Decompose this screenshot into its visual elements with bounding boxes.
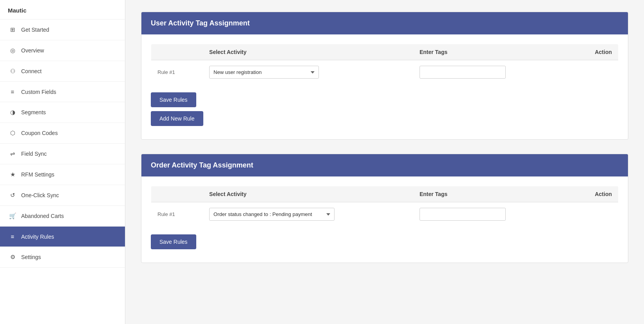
sidebar-item-label: Custom Fields xyxy=(21,89,56,95)
sidebar: Mautic ⊞ Get Started ◎ Overview ⚇ Connec… xyxy=(0,0,125,324)
order-table-col-action: Action xyxy=(554,186,619,202)
refresh-icon: ↺ xyxy=(9,192,16,199)
user-activity-select-cell: New user registration User login User lo… xyxy=(203,60,413,85)
sidebar-item-label: Segments xyxy=(21,109,46,115)
tag-icon: ⬡ xyxy=(9,130,16,137)
user-activity-header: User Activity Tag Assignment xyxy=(141,12,628,34)
add-new-rule-button[interactable]: Add New Rule xyxy=(151,111,203,126)
sidebar-item-label: Settings xyxy=(21,254,41,260)
sidebar-item-label: Get Started xyxy=(21,27,49,33)
globe-icon: ◎ xyxy=(9,47,16,54)
link-icon: ⚇ xyxy=(9,68,16,75)
sidebar-item-label: Overview xyxy=(21,47,44,54)
sidebar-item-activity-rules[interactable]: ≡ Activity Rules xyxy=(0,227,125,247)
pie-icon: ◑ xyxy=(9,109,16,116)
star-icon: ★ xyxy=(9,171,16,178)
user-action-cell xyxy=(554,60,619,85)
order-table-col-tags: Enter Tags xyxy=(413,186,554,202)
sidebar-item-label: Abandoned Carts xyxy=(21,213,64,219)
sidebar-item-label: Field Sync xyxy=(21,151,47,157)
sidebar-item-coupon-codes[interactable]: ⬡ Coupon Codes xyxy=(0,123,125,144)
order-activity-header: Order Activity Tag Assignment xyxy=(141,154,628,176)
order-activity-table: Select Activity Enter Tags Action Rule #… xyxy=(151,186,619,227)
user-activity-title: User Activity Tag Assignment xyxy=(151,19,250,27)
table-row: Rule #1 Order status changed to : Pendin… xyxy=(151,202,619,227)
rules-list-icon: ≡ xyxy=(9,233,16,240)
order-table-col-empty xyxy=(151,186,203,202)
sidebar-item-overview[interactable]: ◎ Overview xyxy=(0,40,125,61)
grid-icon: ⊞ xyxy=(9,26,16,33)
order-table-col-activity: Select Activity xyxy=(203,186,413,202)
sidebar-item-rfm-settings[interactable]: ★ RFM Settings xyxy=(0,164,125,185)
user-activity-table: Select Activity Enter Tags Action Rule #… xyxy=(151,44,619,85)
user-tags-cell xyxy=(413,60,554,85)
sidebar-item-field-sync[interactable]: ⇌ Field Sync xyxy=(0,144,125,164)
sidebar-item-connect[interactable]: ⚇ Connect xyxy=(0,61,125,82)
order-tags-input[interactable] xyxy=(420,208,506,221)
order-save-rules-button[interactable]: Save Rules xyxy=(151,234,196,249)
sidebar-item-label: Connect xyxy=(21,68,42,74)
user-activity-section: User Activity Tag Assignment Select Acti… xyxy=(141,12,628,140)
user-activity-select[interactable]: New user registration User login User lo… xyxy=(209,66,319,79)
gear-icon: ⚙ xyxy=(9,254,16,261)
user-table-col-tags: Enter Tags xyxy=(413,44,554,60)
user-save-rules-button[interactable]: Save Rules xyxy=(151,92,196,107)
order-activity-title: Order Activity Tag Assignment xyxy=(151,161,253,169)
sidebar-item-segments[interactable]: ◑ Segments xyxy=(0,102,125,123)
sidebar-item-label: RFM Settings xyxy=(21,171,54,178)
sidebar-item-one-click-sync[interactable]: ↺ One-Click Sync xyxy=(0,185,125,206)
user-table-col-action: Action xyxy=(554,44,619,60)
sidebar-item-get-started[interactable]: ⊞ Get Started xyxy=(0,20,125,40)
order-tags-cell xyxy=(413,202,554,227)
user-table-col-activity: Select Activity xyxy=(203,44,413,60)
rule-label: Rule #1 xyxy=(151,60,203,85)
user-table-col-empty xyxy=(151,44,203,60)
sidebar-item-custom-fields[interactable]: ≡ Custom Fields xyxy=(0,82,125,102)
sidebar-item-label: Activity Rules xyxy=(21,234,54,240)
order-activity-body: Select Activity Enter Tags Action Rule #… xyxy=(141,176,628,263)
order-rule-label: Rule #1 xyxy=(151,202,203,227)
user-activity-body: Select Activity Enter Tags Action Rule #… xyxy=(141,34,628,139)
cart-icon: 🛒 xyxy=(9,212,16,220)
sidebar-item-abandoned-carts[interactable]: 🛒 Abandoned Carts xyxy=(0,206,125,227)
table-row: Rule #1 New user registration User login… xyxy=(151,60,619,85)
user-tags-input[interactable] xyxy=(420,66,506,79)
list-icon: ≡ xyxy=(9,88,16,95)
sidebar-item-label: Coupon Codes xyxy=(21,130,58,136)
main-content: User Activity Tag Assignment Select Acti… xyxy=(125,0,644,324)
order-activity-select[interactable]: Order status changed to : Pending paymen… xyxy=(209,208,335,221)
app-logo: Mautic xyxy=(0,0,125,20)
sidebar-item-label: One-Click Sync xyxy=(21,192,59,198)
sync-arrows-icon: ⇌ xyxy=(9,150,16,157)
order-activity-section: Order Activity Tag Assignment Select Act… xyxy=(141,154,628,263)
sidebar-item-settings[interactable]: ⚙ Settings xyxy=(0,247,125,268)
order-activity-select-cell: Order status changed to : Pending paymen… xyxy=(203,202,413,227)
order-action-cell xyxy=(554,202,619,227)
